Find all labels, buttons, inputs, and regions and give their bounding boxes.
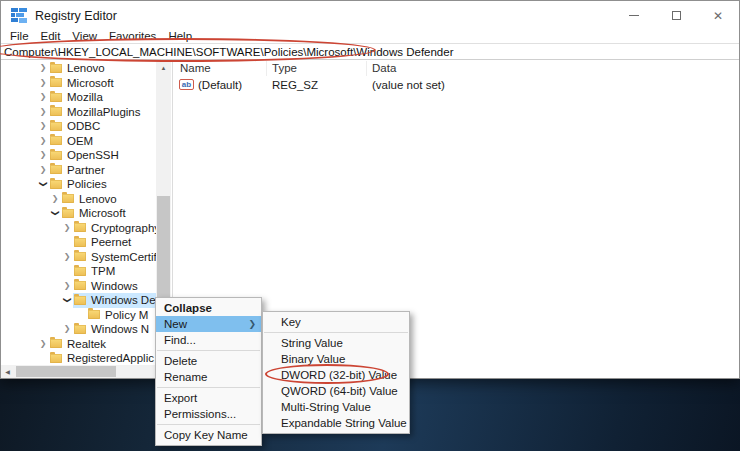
new-submenu: Key String Value Binary Value DWORD (32-…	[262, 311, 410, 434]
menu-file[interactable]: File	[4, 30, 35, 43]
tree-item-cryptography[interactable]: ❯Cryptography	[1, 221, 156, 236]
chevron-right-icon[interactable]: ❯	[37, 134, 49, 148]
column-separator[interactable]	[266, 61, 267, 76]
tree-item-label: Cryptography	[91, 222, 156, 234]
column-header-name[interactable]: Name	[180, 60, 211, 77]
maximize-button[interactable]	[655, 1, 697, 30]
chevron-down-icon[interactable]: ❯	[37, 177, 49, 191]
folder-icon	[50, 122, 62, 131]
tree-item-mozilla[interactable]: ❯Mozilla	[1, 90, 156, 105]
tree-item-odbc[interactable]: ❯ODBC	[1, 119, 156, 134]
tree-item-tpm[interactable]: TPM	[1, 264, 156, 279]
chevron-right-icon[interactable]: ❯	[61, 279, 73, 293]
submenu-qword-64bit-value[interactable]: QWORD (64-bit) Value	[263, 383, 409, 399]
string-value-icon: ab	[179, 79, 194, 90]
chevron-right-icon[interactable]: ❯	[37, 61, 49, 75]
column-separator[interactable]	[366, 61, 367, 76]
column-header-data[interactable]: Data	[372, 60, 396, 77]
tree-item-policies-microsoft[interactable]: ❯Microsoft	[1, 206, 156, 221]
tree-item-label: Realtek	[67, 338, 106, 350]
close-button[interactable]: ✕	[697, 1, 739, 30]
chevron-right-icon[interactable]: ❯	[37, 148, 49, 162]
chevron-right-icon[interactable]: ❯	[49, 192, 61, 206]
tree-item-systemcertificates[interactable]: ❯SystemCertifica	[1, 250, 156, 265]
value-row-default[interactable]: ab (Default) REG_SZ (value not set)	[174, 77, 739, 93]
tree-item-label: Lenovo	[79, 193, 117, 205]
menu-favorites[interactable]: Favorites	[103, 30, 162, 43]
value-type: REG_SZ	[272, 77, 318, 93]
submenu-expandable-string-value[interactable]: Expandable String Value	[263, 415, 409, 431]
minimize-button[interactable]	[613, 1, 655, 30]
submenu-key[interactable]: Key	[263, 314, 409, 330]
tree-item-oem[interactable]: ❯OEM	[1, 134, 156, 149]
value-name[interactable]: (Default)	[198, 77, 242, 93]
address-path[interactable]: Computer\HKEY_LOCAL_MACHINE\SOFTWARE\Pol…	[1, 46, 453, 58]
folder-icon	[50, 165, 62, 174]
tree-item-windows[interactable]: ❯Windows	[1, 279, 156, 294]
tree-item-microsoft[interactable]: ❯Microsoft	[1, 76, 156, 91]
chevron-right-icon[interactable]: ❯	[61, 250, 73, 264]
chevron-right-icon[interactable]: ❯	[37, 90, 49, 104]
tree-item-mozillaplugins[interactable]: ❯MozillaPlugins	[1, 105, 156, 120]
window-controls: ✕	[613, 1, 739, 30]
column-header-type[interactable]: Type	[272, 60, 297, 77]
tree-item-windows-nt[interactable]: ❯Windows N	[1, 322, 156, 337]
submenu-string-value[interactable]: String Value	[263, 335, 409, 351]
context-menu-permissions[interactable]: Permissions...	[156, 406, 261, 422]
chevron-right-icon[interactable]: ❯	[37, 337, 49, 351]
chevron-right-icon[interactable]: ❯	[61, 221, 73, 235]
scroll-up-icon[interactable]: ▲	[156, 60, 171, 75]
value-data: (value not set)	[372, 77, 445, 93]
chevron-right-icon[interactable]: ❯	[37, 105, 49, 119]
context-menu-find[interactable]: Find...	[156, 332, 261, 348]
registry-tree-pane[interactable]: ❯Lenovo ❯Microsoft ❯Mozilla ❯MozillaPlug…	[1, 60, 173, 378]
tree-item-label: Lenovo	[67, 62, 105, 74]
folder-icon	[62, 194, 74, 203]
chevron-right-icon[interactable]: ❯	[37, 163, 49, 177]
chevron-right-icon[interactable]: ❯	[61, 322, 73, 336]
tree-item-partner[interactable]: ❯Partner	[1, 163, 156, 178]
context-menu-delete[interactable]: Delete	[156, 353, 261, 369]
context-menu-export[interactable]: Export	[156, 390, 261, 406]
horizontal-scrollbar-thumb[interactable]	[16, 366, 116, 377]
title-bar[interactable]: Registry Editor ✕	[1, 1, 739, 30]
chevron-right-icon[interactable]: ❯	[37, 76, 49, 90]
tree-item-registeredapplications[interactable]: RegisteredApplic	[1, 351, 156, 366]
tree-item-peernet[interactable]: Peernet	[1, 235, 156, 250]
tree-item-policy-manager[interactable]: Policy M	[1, 308, 156, 323]
scroll-left-icon[interactable]: ◀	[1, 365, 14, 378]
selected-tree-item[interactable]: Windows Defe	[73, 293, 156, 308]
folder-icon	[50, 64, 62, 73]
menu-separator	[157, 350, 260, 351]
tree-item-windows-defender[interactable]: ❯Windows Defe	[1, 293, 156, 308]
context-menu-copy-key-name[interactable]: Copy Key Name	[156, 427, 261, 443]
chevron-right-icon[interactable]: ❯	[37, 119, 49, 133]
chevron-down-icon[interactable]: ❯	[61, 293, 73, 307]
folder-icon	[88, 310, 100, 319]
folder-icon	[74, 223, 86, 232]
submenu-binary-value[interactable]: Binary Value	[263, 351, 409, 367]
submenu-multi-string-value[interactable]: Multi-String Value	[263, 399, 409, 415]
menu-separator	[157, 424, 260, 425]
context-menu-collapse[interactable]: Collapse	[156, 300, 261, 316]
submenu-dword-32bit-value[interactable]: DWORD (32-bit) Value	[263, 367, 409, 383]
tree-item-policies[interactable]: ❯Policies	[1, 177, 156, 192]
chevron-down-icon[interactable]: ❯	[49, 206, 61, 220]
tree-item-policies-lenovo[interactable]: ❯Lenovo	[1, 192, 156, 207]
tree-item-realtek[interactable]: ❯Realtek	[1, 337, 156, 352]
context-menu-new[interactable]: New❯	[156, 316, 261, 332]
menu-help[interactable]: Help	[162, 30, 198, 43]
tree-item-lenovo[interactable]: ❯Lenovo	[1, 61, 156, 76]
tree-item-label: Windows N	[91, 323, 149, 335]
address-bar[interactable]: Computer\HKEY_LOCAL_MACHINE\SOFTWARE\Pol…	[1, 43, 739, 60]
folder-icon	[50, 151, 62, 160]
tree-item-openssh[interactable]: ❯OpenSSH	[1, 148, 156, 163]
maximize-icon	[672, 11, 681, 20]
menu-edit[interactable]: Edit	[35, 30, 67, 43]
tree-item-label: OpenSSH	[67, 149, 119, 161]
tree-item-label: Mozilla	[67, 91, 103, 103]
context-menu: Collapse New❯ Find... Delete Rename Expo…	[155, 297, 262, 446]
menu-view[interactable]: View	[66, 30, 103, 43]
context-menu-rename[interactable]: Rename	[156, 369, 261, 385]
tree-horizontal-scrollbar[interactable]: ◀	[1, 365, 171, 378]
